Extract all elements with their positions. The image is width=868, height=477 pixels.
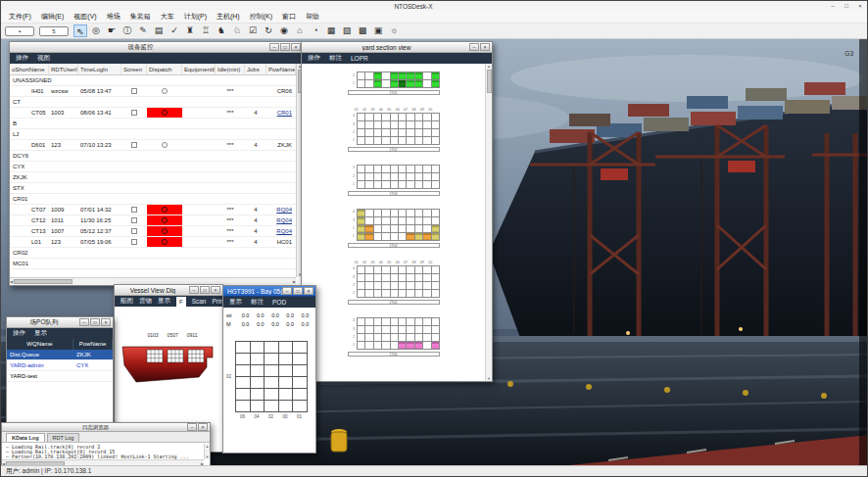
yard-cell[interactable] <box>399 274 407 282</box>
yard-cell[interactable] <box>399 114 407 121</box>
yard-cell[interactable] <box>374 326 382 334</box>
clock-icon[interactable]: ◔ <box>309 24 322 37</box>
yard-cell[interactable] <box>415 137 423 145</box>
yard-cell[interactable] <box>407 233 414 241</box>
yard-section-menubar-item-0[interactable]: 操作 <box>308 54 320 63</box>
yard-cell[interactable] <box>415 274 423 282</box>
yard-cell[interactable] <box>432 72 440 80</box>
bay-view-menubar-item-2[interactable]: POD <box>272 299 286 306</box>
yard-cell[interactable] <box>365 326 373 334</box>
yard-cell[interactable] <box>391 210 399 217</box>
yard-cell[interactable] <box>391 326 399 334</box>
scan-button[interactable]: Scan <box>192 298 207 305</box>
truck-alt-icon[interactable]: ▧ <box>340 24 354 37</box>
info-icon[interactable]: ⓘ <box>121 24 134 37</box>
table-group-row[interactable]: CYX <box>10 162 296 172</box>
yard-cell[interactable] <box>382 173 390 181</box>
yard-cell[interactable] <box>423 80 431 88</box>
maximize-button[interactable]: □ <box>293 287 303 295</box>
yard-cell[interactable] <box>365 318 373 326</box>
confirm-icon[interactable]: ✓ <box>168 24 181 37</box>
yard-cell[interactable] <box>399 129 407 137</box>
yard-cell[interactable] <box>407 318 414 326</box>
minimize-button[interactable]: – <box>79 318 89 326</box>
po-queue-menubar-item-1[interactable]: 显示 <box>34 329 47 338</box>
yard-cell[interactable] <box>407 210 414 217</box>
yard-cell[interactable] <box>423 290 431 298</box>
yard-cell[interactable] <box>423 173 431 181</box>
minimize-button[interactable]: – <box>269 43 279 51</box>
app-menu-0[interactable]: 文件(F) <box>4 12 36 22</box>
yard-cell[interactable] <box>365 217 373 225</box>
yard-cell[interactable] <box>399 318 407 326</box>
yard-cell[interactable] <box>374 210 382 217</box>
bay-view-titlebar[interactable]: HGT3991 - Bay 05(06) – □ × <box>223 286 315 297</box>
app-menu-6[interactable]: 计划(P) <box>179 12 212 22</box>
yard-cell[interactable] <box>432 80 440 88</box>
yard-cell[interactable] <box>374 274 382 282</box>
pick-icon[interactable]: ☛ <box>105 24 119 37</box>
refresh-icon[interactable]: ↻ <box>262 24 275 37</box>
minimize-button[interactable]: – <box>187 423 197 431</box>
table-row[interactable]: CT05100308/06 13:41***4CR01 <box>10 108 296 119</box>
yard-cell[interactable] <box>432 166 440 173</box>
yard-cell[interactable] <box>432 173 440 181</box>
yard-cell[interactable] <box>432 225 440 233</box>
minimize-button[interactable]: – <box>189 286 199 294</box>
yard-cell[interactable] <box>374 290 382 298</box>
table-group-row[interactable]: CT <box>10 97 296 108</box>
table-row[interactable]: CT13100705/12 12:37***4RQ04 <box>10 226 296 237</box>
yard-cell[interactable] <box>399 210 407 217</box>
bay-slot[interactable] <box>236 389 251 401</box>
scroll-thumb[interactable] <box>487 70 492 93</box>
vessel-menu-display[interactable]: 显示 <box>158 297 170 306</box>
column-header-wqname[interactable]: WQName <box>7 339 73 350</box>
yard-cell[interactable] <box>399 137 407 145</box>
yard-cell[interactable] <box>415 173 423 181</box>
yard-cell[interactable] <box>399 334 407 342</box>
yard-cell[interactable] <box>382 274 390 282</box>
yard-cell[interactable] <box>415 282 423 290</box>
yard-cell[interactable] <box>382 266 390 274</box>
vessel-view-titlebar[interactable]: Vessel View Dlg – □ × <box>115 285 222 296</box>
close-button[interactable]: × <box>853 3 867 9</box>
table-group-row[interactable]: MC01 <box>10 259 296 269</box>
vertical-scrollbar[interactable]: ▲▼ <box>485 64 492 381</box>
yard-cell[interactable] <box>432 290 440 298</box>
yard-cell[interactable] <box>391 233 399 241</box>
app-menu-10[interactable]: 帮助 <box>301 12 324 22</box>
yard-cell[interactable] <box>407 266 414 274</box>
yard-cell[interactable] <box>432 334 440 342</box>
yard-cell[interactable] <box>399 72 407 80</box>
column-header-2[interactable]: TimeLogIn <box>78 64 121 74</box>
yard-cell[interactable] <box>423 121 431 129</box>
bay-slot[interactable] <box>293 389 308 401</box>
yard-cell[interactable] <box>374 173 382 181</box>
close-button[interactable]: × <box>304 287 313 295</box>
yard-cell[interactable] <box>365 334 373 342</box>
vertical-scrollbar[interactable]: ▲▼ <box>204 444 210 459</box>
bay-slot[interactable] <box>265 401 279 412</box>
yard-cell[interactable] <box>374 334 382 342</box>
table-row[interactable]: IH01wzcsw05/08 13:47***CR06 <box>10 86 296 97</box>
yard-cell[interactable] <box>423 114 431 121</box>
dispatch-radio[interactable] <box>162 88 168 94</box>
yard-cell[interactable] <box>382 137 390 145</box>
pow-name[interactable]: RQ04 <box>266 215 296 225</box>
yard-cell[interactable] <box>391 129 399 137</box>
yard-cell[interactable] <box>365 290 373 298</box>
yard-cell[interactable] <box>423 342 431 350</box>
log-content[interactable]: — Loading Rail.track[0] record 2— Loadin… <box>3 444 204 459</box>
yard-cell[interactable] <box>432 114 440 121</box>
close-button[interactable]: × <box>198 423 208 431</box>
bay-slot[interactable] <box>279 365 294 377</box>
yard-cell[interactable] <box>365 72 373 80</box>
log-tab-kdata-log[interactable]: KData Log <box>6 433 45 442</box>
bay-slot[interactable] <box>251 389 265 401</box>
yard-cell[interactable] <box>374 72 382 80</box>
yard-cell[interactable] <box>382 210 390 217</box>
yard-cell[interactable] <box>432 217 440 225</box>
yard-cell[interactable] <box>382 342 390 350</box>
yard-cell[interactable] <box>432 342 440 350</box>
table-group-row[interactable]: CR02 <box>10 248 296 259</box>
